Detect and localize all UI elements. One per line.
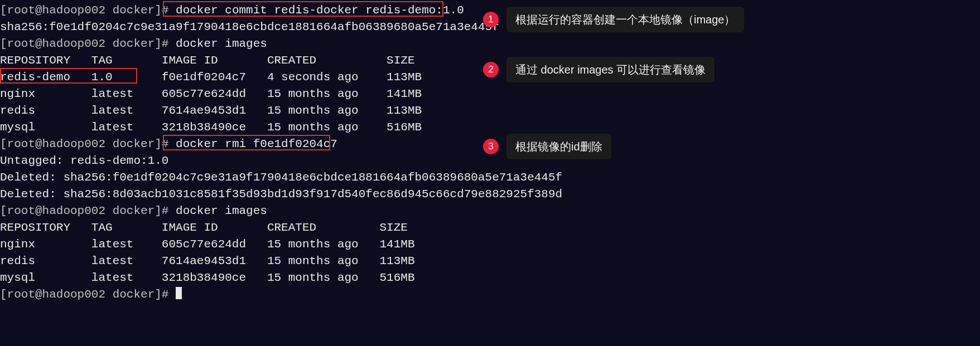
cmd-docker-rmi: docker rmi f0e1df0204c7 <box>176 138 337 150</box>
terminal-line-images2: [root@hadoop002 docker]# docker images <box>0 203 980 220</box>
terminal-line-deleted: Deleted: sha256:8d03acb1031c8581f35d93bd… <box>0 186 980 203</box>
annotation-2: 2 通过 docker images 可以进行查看镜像 <box>483 57 715 82</box>
prompt: [root@hadoop002 docker]# <box>0 4 176 17</box>
prompt: [root@hadoop002 docker]# <box>0 204 176 217</box>
prompt: [root@hadoop002 docker]# <box>0 288 176 301</box>
terminal-line-images1: [root@hadoop002 docker]# docker images <box>0 36 980 52</box>
terminal-line-prompt: [root@hadoop002 docker]# <box>0 286 980 303</box>
images-header: REPOSITORY TAG IMAGE ID CREATED SIZE <box>0 220 980 236</box>
cursor-icon <box>176 287 182 299</box>
annotation-3: 3 根据镜像的id删除 <box>483 134 611 159</box>
annotation-number-icon: 2 <box>483 62 499 77</box>
table-row: redis latest 7614ae9453d1 15 months ago … <box>0 253 980 270</box>
cmd-docker-images: docker images <box>176 204 267 217</box>
annotation-number-icon: 1 <box>483 12 499 27</box>
table-row: nginx latest 605c77e624dd 15 months ago … <box>0 86 980 103</box>
terminal-line-deleted: Deleted: sha256:f0e1df0204c7c9e31a9f1790… <box>0 169 980 186</box>
prompt: [root@hadoop002 docker]# <box>0 138 176 150</box>
annotation-1: 1 根据运行的容器创建一个本地镜像（image） <box>483 7 744 32</box>
cmd-docker-commit: docker commit redis-docker redis-demo:1.… <box>176 4 464 17</box>
table-row: mysql latest 3218b38490ce 15 months ago … <box>0 270 980 286</box>
annotation-number-icon: 3 <box>483 139 499 154</box>
annotation-text: 根据运行的容器创建一个本地镜像（image） <box>506 7 744 32</box>
table-row: nginx latest 605c77e624dd 15 months ago … <box>0 236 980 253</box>
cmd-docker-images: docker images <box>176 37 267 50</box>
annotation-text: 根据镜像的id删除 <box>506 134 611 159</box>
annotation-text: 通过 docker images 可以进行查看镜像 <box>506 57 715 82</box>
prompt: [root@hadoop002 docker]# <box>0 37 176 50</box>
table-row: redis latest 7614ae9453d1 15 months ago … <box>0 103 980 119</box>
